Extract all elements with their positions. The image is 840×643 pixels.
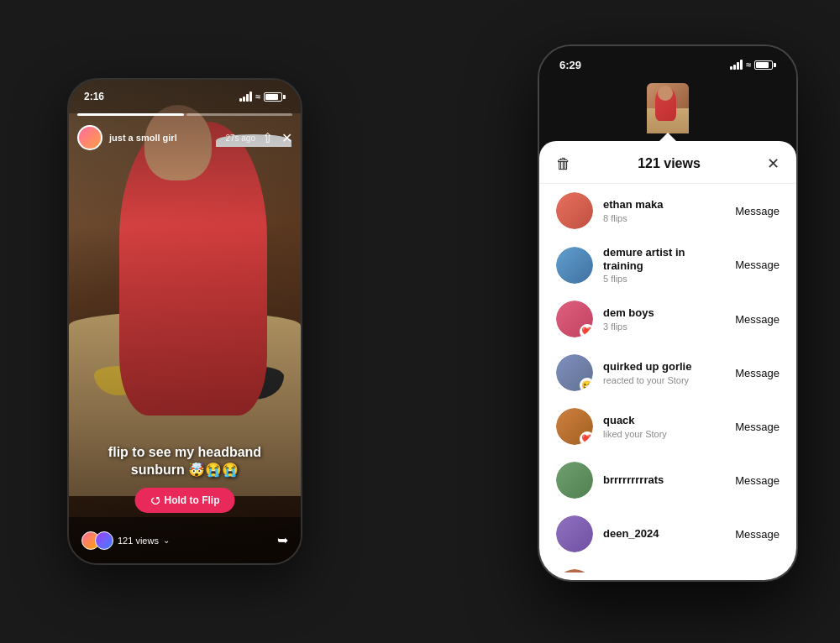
- signal-icon: [239, 91, 252, 102]
- avatar-image: [556, 569, 593, 572]
- views-count: 121 views: [118, 536, 159, 546]
- viewer-name: demure artist in training: [603, 246, 725, 272]
- message-button[interactable]: Message: [735, 421, 780, 433]
- progress-1: [77, 113, 184, 116]
- story-progress-bar: [69, 113, 301, 117]
- viewer-info: deen_2024: [603, 527, 725, 541]
- hold-to-flip-label: Hold to Flip: [165, 494, 220, 506]
- reaction-badge: 😆: [580, 378, 593, 391]
- avatar: ❤️: [556, 408, 593, 445]
- viewer-name: brrrrrrrrrats: [603, 473, 725, 487]
- upload-icon[interactable]: ⇧: [262, 130, 273, 146]
- viewer-sub: reacted to your Story: [603, 375, 725, 385]
- message-button[interactable]: Message: [735, 259, 780, 271]
- message-button[interactable]: Message: [735, 205, 780, 217]
- story-poster-name: just a smoll girl: [109, 133, 218, 143]
- message-button[interactable]: Message: [735, 367, 780, 379]
- viewer-info: ethan maka 8 flips: [603, 198, 725, 223]
- panel-arrow: [659, 133, 676, 141]
- viewer-row: 😆 quirked up gorlie reacted to your Stor…: [539, 346, 796, 400]
- mini-avatars: [81, 531, 113, 550]
- message-button[interactable]: Message: [735, 313, 780, 326]
- viewer-row: ❤️ dem boys 3 flips Message: [539, 292, 796, 346]
- viewer-name: ethan maka: [603, 198, 725, 212]
- front-status-icons: ≈: [730, 60, 776, 70]
- progress-2: [186, 113, 293, 116]
- avatar: ❤️: [556, 301, 593, 337]
- viewer-row: deen_2024 Message: [539, 507, 796, 561]
- story-time-ago: 27s ago: [225, 133, 255, 143]
- back-time: 2:16: [84, 91, 104, 102]
- phone-back: 2:16 ≈ just a smo: [67, 78, 302, 565]
- story-bottom-bar: 121 views ⌄ ➥: [69, 517, 301, 563]
- front-wifi-icon: ≈: [746, 60, 751, 70]
- story-caption: flip to see my headband sunburn 🤯😭😭: [69, 444, 301, 479]
- viewer-info: quirked up gorlie reacted to your Story: [603, 360, 725, 385]
- panel-close-icon[interactable]: ✕: [767, 154, 780, 173]
- share-icon[interactable]: ➥: [277, 532, 288, 548]
- avatar-image: [556, 192, 593, 229]
- battery-icon: [264, 92, 286, 102]
- front-time: 6:29: [559, 59, 581, 71]
- flip-icon: ⭯: [150, 494, 160, 506]
- reaction-badge: ❤️: [580, 431, 593, 445]
- avatar: [556, 515, 593, 552]
- avatar: [556, 192, 593, 229]
- avatar-image: [556, 515, 593, 552]
- front-status-bar: 6:29 ≈: [539, 46, 796, 83]
- viewer-info: brrrrrrrrrats: [603, 473, 725, 487]
- viewer-row: iambenini Message: [539, 561, 796, 572]
- front-signal-icon: [730, 60, 743, 70]
- message-button[interactable]: Message: [735, 528, 780, 541]
- viewer-sub: 3 flips: [603, 322, 725, 332]
- viewer-row: ethan maka 8 flips Message: [539, 184, 796, 238]
- avatar-image: [556, 247, 593, 284]
- story-action-icons: ⇧ ✕: [262, 130, 292, 146]
- avatar-image: [556, 462, 593, 499]
- hold-to-flip-button[interactable]: ⭯ Hold to Flip: [135, 488, 235, 513]
- viewer-sub: liked your Story: [603, 429, 725, 439]
- close-icon[interactable]: ✕: [281, 130, 292, 146]
- viewer-sub: 8 flips: [603, 213, 725, 223]
- avatar: 😆: [556, 354, 593, 391]
- message-button[interactable]: Message: [735, 474, 780, 487]
- viewer-row: ❤️ quack liked your Story Message: [539, 400, 796, 453]
- views-count-title: 121 views: [638, 156, 701, 171]
- viewer-name: quack: [603, 414, 725, 427]
- viewers-list: ethan maka 8 flips Message demure artist…: [539, 184, 796, 572]
- wifi-icon: ≈: [255, 91, 260, 102]
- story-thumbnail: [647, 83, 689, 133]
- avatar: [556, 247, 593, 284]
- back-status-bar: 2:16 ≈: [69, 80, 301, 113]
- views-panel-header: 🗑 121 views ✕: [539, 141, 796, 184]
- views-bar[interactable]: 121 views ⌄: [81, 531, 170, 550]
- mini-avatar-2: [95, 531, 113, 550]
- views-panel: 🗑 121 views ✕ ethan maka 8 flips Message: [539, 141, 796, 580]
- avatar: [556, 569, 593, 572]
- viewer-row: demure artist in training 5 flips Messag…: [539, 238, 796, 292]
- story-poster-avatar: [77, 125, 102, 150]
- chevron-down-icon: ⌄: [163, 536, 170, 545]
- back-status-icons: ≈: [239, 91, 286, 102]
- story-user-bar: just a smoll girl 27s ago ⇧ ✕: [69, 120, 301, 155]
- scene: 2:16 ≈ just a smo: [42, 28, 798, 615]
- viewer-name: deen_2024: [603, 527, 725, 541]
- viewer-info: demure artist in training 5 flips: [603, 246, 725, 284]
- avatar: [556, 462, 593, 499]
- viewer-name: dem boys: [603, 306, 725, 320]
- trash-icon[interactable]: 🗑: [556, 155, 571, 173]
- viewer-info: dem boys 3 flips: [603, 306, 725, 332]
- viewer-info: quack liked your Story: [603, 414, 725, 439]
- viewer-name: quirked up gorlie: [603, 360, 725, 374]
- viewer-sub: 5 flips: [603, 274, 725, 284]
- viewer-row: brrrrrrrrrats Message: [539, 453, 796, 507]
- reaction-badge: ❤️: [580, 324, 593, 337]
- front-battery-icon: [754, 60, 776, 70]
- phone-front: 6:29 ≈: [538, 44, 798, 582]
